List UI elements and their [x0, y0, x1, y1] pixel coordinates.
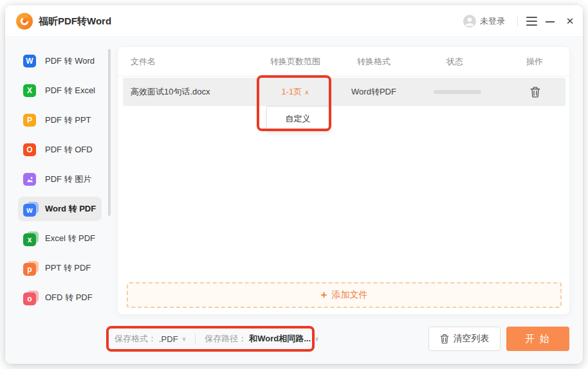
save-format-select[interactable]: 保存格式： .PDF ∨	[115, 333, 186, 345]
trash-icon	[440, 334, 449, 344]
sidebar-scrollbar[interactable]	[108, 49, 111, 216]
login-status[interactable]: 未登录	[463, 14, 505, 28]
header-status: 状态	[410, 47, 500, 76]
sidebar-item-excel-to-pdf[interactable]: x Excel 转 PDF	[18, 226, 102, 251]
login-status-label: 未登录	[480, 15, 505, 27]
header-format: 转换格式	[329, 47, 419, 76]
plus-icon: +	[321, 289, 327, 302]
header-filename: 文件名	[131, 47, 156, 76]
format-value: Word转PDF	[329, 78, 419, 106]
save-path-value: 和Word相同路...	[249, 333, 311, 345]
app-logo-icon	[15, 12, 33, 30]
sidebar-item-pdf-to-ofd[interactable]: O PDF 转 OFD	[18, 138, 102, 162]
page-range-value: 1-1页	[281, 87, 302, 96]
file-name: 高效面试10句话.docx	[131, 78, 210, 106]
excel-stack-icon: x	[23, 231, 39, 246]
page-range-dropdown: 自定义	[266, 106, 329, 132]
ofd-stack-icon: o	[23, 290, 39, 305]
add-file-button[interactable]: + 添加文件	[127, 282, 562, 308]
chevron-up-icon: ∧	[304, 89, 309, 96]
excel-file-icon: X	[23, 83, 39, 98]
sidebar-item-pdf-to-ppt[interactable]: P PDF 转 PPT	[18, 108, 102, 132]
page-range-select[interactable]: 1-1页∧	[250, 78, 340, 106]
sidebar-item-ppt-to-pdf[interactable]: p PPT 转 PDF	[18, 256, 102, 280]
save-options-bar: 保存格式： .PDF ∨ 保存路径： 和Word相同路... ∨	[115, 327, 319, 351]
image-icon	[26, 176, 34, 184]
menu-button[interactable]	[526, 16, 537, 26]
titlebar: 福昕PDF转Word 未登录 ✕	[5, 5, 583, 37]
clear-list-button[interactable]: 清空列表	[428, 327, 501, 351]
sidebar-item-pdf-to-word[interactable]: W PDF 转 Word	[18, 49, 102, 73]
add-file-label: 添加文件	[331, 289, 367, 301]
sidebar-item-label: PDF 转 Excel	[45, 85, 95, 96]
clear-list-label: 清空列表	[454, 333, 490, 345]
image-file-icon	[23, 172, 39, 187]
dropdown-option-custom[interactable]: 自定义	[267, 107, 329, 131]
chevron-down-icon: ∨	[315, 336, 319, 342]
file-list-panel: 文件名 转换页数范围 转换格式 状态 操作 高效面试10句话.docx 1-1页…	[117, 46, 570, 315]
avatar-icon	[463, 15, 476, 28]
app-title: 福昕PDF转Word	[39, 5, 111, 37]
ofd-file-icon: O	[23, 142, 39, 158]
chevron-down-icon: ∨	[182, 336, 187, 342]
save-format-value: .PDF	[159, 334, 178, 344]
ppt-file-icon: P	[23, 113, 39, 128]
sidebar-item-label: Excel 转 PDF	[45, 233, 95, 244]
screenshot-stage: 福昕PDF转Word 未登录 ✕ W PDF 转 Word X PDF 转 Ex…	[0, 0, 588, 369]
file-row: 高效面试10句话.docx 1-1页∧ Word转PDF	[123, 78, 565, 106]
sidebar-item-label: PDF 转 OFD	[45, 144, 93, 156]
minimize-button[interactable]	[546, 21, 555, 22]
app-window: 福昕PDF转Word 未登录 ✕ W PDF 转 Word X PDF 转 Ex…	[5, 5, 583, 364]
word-stack-icon: w	[23, 201, 39, 217]
table-header: 文件名 转换页数范围 转换格式 状态 操作	[118, 47, 569, 76]
ppt-stack-icon: p	[23, 260, 39, 276]
close-button[interactable]: ✕	[563, 14, 577, 28]
sidebar-item-label: PDF 转 图片	[45, 174, 91, 185]
footer-divider	[195, 334, 196, 343]
save-path-label: 保存路径：	[205, 333, 246, 345]
progress-bar	[434, 90, 481, 94]
sidebar-item-label: PDF 转 PPT	[45, 114, 91, 126]
header-page-range: 转换页数范围	[250, 47, 340, 76]
save-path-select[interactable]: 保存路径： 和Word相同路... ∨	[205, 333, 318, 345]
sidebar-item-ofd-to-pdf[interactable]: o OFD 转 PDF	[18, 285, 102, 310]
sidebar-item-label: OFD 转 PDF	[45, 292, 93, 303]
header-actions: 操作	[490, 47, 580, 76]
sidebar-item-label: PDF 转 Word	[45, 55, 95, 67]
sidebar-item-pdf-to-excel[interactable]: X PDF 转 Excel	[18, 78, 102, 103]
sidebar-item-word-to-pdf[interactable]: w Word 转 PDF	[18, 197, 102, 221]
delete-file-button[interactable]	[529, 86, 541, 98]
sidebar-item-label: PPT 转 PDF	[45, 262, 91, 274]
sidebar-item-pdf-to-image[interactable]: PDF 转 图片	[18, 167, 102, 192]
word-file-icon: W	[23, 53, 39, 69]
save-format-label: 保存格式：	[115, 333, 156, 345]
sidebar-item-label: Word 转 PDF	[45, 203, 96, 215]
titlebar-divider	[517, 17, 518, 26]
start-button[interactable]: 开 始	[506, 327, 569, 351]
